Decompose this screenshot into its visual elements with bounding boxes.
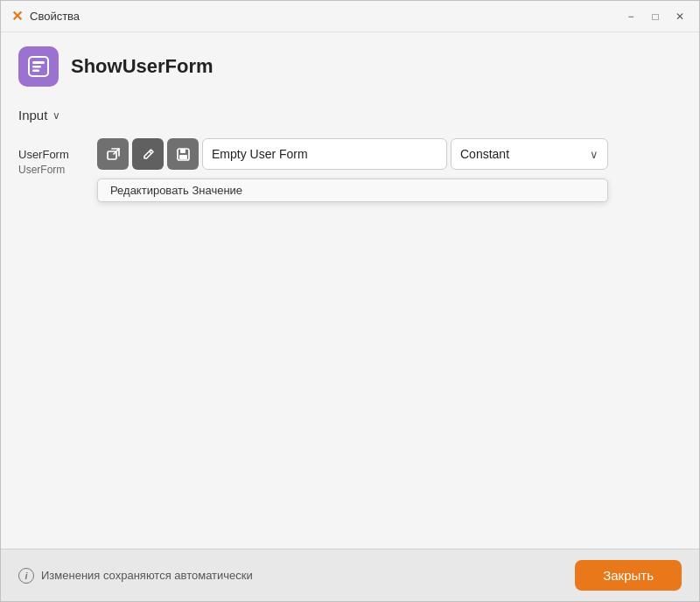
- close-window-button[interactable]: ✕: [671, 8, 689, 25]
- property-label-name: UserForm: [18, 147, 97, 163]
- svg-rect-9: [179, 155, 187, 159]
- tooltip-popup[interactable]: Редактировать Значение: [97, 178, 608, 202]
- bottom-bar: i Изменения сохраняются автоматически За…: [1, 549, 699, 601]
- svg-line-6: [149, 151, 151, 154]
- page-header: ShowUserForm: [18, 46, 682, 87]
- main-window: ✕ Свойства − □ ✕ ShowUserForm Input: [0, 0, 700, 602]
- minimize-button[interactable]: −: [622, 8, 640, 25]
- property-label: UserForm UserForm: [18, 138, 97, 178]
- edit-button[interactable]: [132, 138, 164, 170]
- type-select-chevron-icon: ∨: [590, 148, 598, 161]
- property-controls: Constant ∨: [97, 138, 608, 170]
- property-label-type: UserForm: [18, 163, 97, 178]
- app-icon: ✕: [11, 8, 23, 24]
- section-header[interactable]: Input ∨: [18, 108, 682, 122]
- title-bar: ✕ Свойства − □ ✕: [1, 1, 699, 32]
- type-select-value: Constant: [460, 147, 509, 161]
- info-icon: i: [18, 568, 34, 584]
- maximize-button[interactable]: □: [647, 8, 664, 25]
- svg-rect-3: [32, 70, 39, 73]
- page-icon: [18, 46, 59, 87]
- svg-rect-2: [32, 66, 41, 68]
- svg-rect-1: [32, 61, 45, 64]
- window-title: Свойства: [30, 10, 80, 23]
- value-input[interactable]: [202, 138, 447, 170]
- content-area: ShowUserForm Input ∨ UserForm UserForm: [1, 32, 699, 549]
- property-row: UserForm UserForm: [18, 138, 682, 202]
- close-button[interactable]: Закрыть: [575, 560, 682, 591]
- page-title: ShowUserForm: [71, 55, 214, 78]
- svg-rect-8: [180, 149, 186, 153]
- title-bar-left: ✕ Свойства: [11, 8, 80, 24]
- type-select[interactable]: Constant ∨: [451, 138, 608, 170]
- open-form-button[interactable]: [97, 138, 129, 170]
- section-label: Input: [18, 108, 47, 122]
- section-chevron-icon: ∨: [52, 109, 60, 122]
- auto-save-text: Изменения сохраняются автоматически: [41, 569, 253, 582]
- save-button[interactable]: [167, 138, 199, 170]
- bottom-info: i Изменения сохраняются автоматически: [18, 568, 253, 584]
- window-controls: − □ ✕: [622, 8, 689, 25]
